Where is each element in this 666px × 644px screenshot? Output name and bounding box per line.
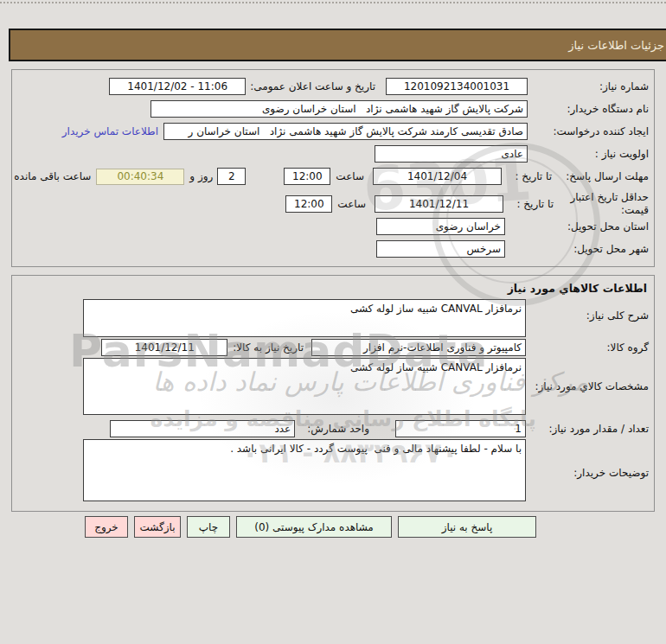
need-date-field[interactable]: 1401/12/11: [101, 339, 227, 356]
reply-deadline-date-field[interactable]: 1401/12/04: [373, 168, 502, 185]
row-quantity: تعداد / مقدار مورد نیاز: 1 واحد شمارش: ع…: [5, 420, 649, 437]
request-creator-label: ایجاد کننده درخواست:: [528, 125, 649, 137]
delivery-city-label: شهر محل تحویل:: [528, 243, 649, 255]
reply-deadline-label: مهلت ارسال پاسخ:: [552, 170, 649, 183]
buyer-notes-field[interactable]: با سلام - لطفا پیشنهاد مالی و فنی پیوست …: [83, 439, 526, 501]
need-date-label: تاریخ نیاز به کالا:: [233, 341, 304, 354]
quantity-field[interactable]: 1: [395, 420, 526, 437]
request-creator-field[interactable]: صادق تقدیسی کارمند شرکت پالایش گاز شهید …: [163, 123, 528, 140]
price-until-label: تا تاریخ :: [506, 198, 554, 210]
goods-group-label: گروه کالا:: [526, 341, 649, 354]
reply-deadline-time-field[interactable]: 12:00: [284, 168, 330, 185]
general-desc-label: شرح کلی نیاز:: [586, 309, 649, 322]
specs-label: مشخصات کالاي مورد نیاز:: [535, 380, 649, 392]
print-button[interactable]: چاپ: [187, 516, 230, 538]
announce-datetime-label: تاریخ و ساعت اعلان عمومی:: [250, 80, 375, 92]
row-priority: اولویت نیاز : عادی: [5, 145, 649, 163]
goods-info-heading: اطلاعات کالاهاي مورد نیاز: [508, 282, 647, 295]
remaining-days-label: روز و: [189, 170, 213, 182]
reply-hour-label: ساعت: [336, 170, 364, 182]
need-number-label: شماره نیاز:: [528, 80, 649, 92]
row-need-number: شماره نیاز: 1201092134001031 تاریخ و ساع…: [5, 78, 649, 95]
row-goods-group: گروه کالا: کامپیوتر و فناوری اطلاعات-نرم…: [5, 339, 649, 356]
row-delivery-city: شهر محل تحویل: سرخس: [5, 240, 649, 258]
page-title-bar: جزئیات اطلاعات نیاز: [9, 29, 666, 61]
price-validity-label: حداقل تاریخ اعتبار قیمت:: [554, 191, 649, 217]
remaining-hours-label: ساعت باقی مانده: [14, 170, 91, 182]
unit-field[interactable]: عدد: [110, 420, 295, 437]
delivery-province-field[interactable]: خراسان رضوی: [376, 218, 505, 235]
page-title: جزئیات اطلاعات نیاز: [568, 39, 664, 52]
price-validity-time-field[interactable]: 12:00: [285, 195, 332, 213]
price-validity-date-field[interactable]: 1401/12/11: [375, 195, 503, 213]
exit-button[interactable]: خروج: [85, 516, 128, 538]
delivery-city-field[interactable]: سرخس: [376, 240, 505, 258]
delivery-province-label: استان محل تحویل:: [528, 220, 649, 233]
countdown-timer: 00:40:34: [96, 169, 184, 185]
view-attachments-button[interactable]: مشاهده مدارک پیوستی (0): [236, 516, 392, 538]
row-delivery-province: استان محل تحویل: خراسان رضوی: [5, 218, 649, 235]
general-desc-field[interactable]: نرمافزار CANVAL شبیه ساز لوله کشی: [83, 299, 526, 337]
row-reply-deadline: مهلت ارسال پاسخ: تا تاریخ : 1401/12/04 س…: [5, 168, 649, 185]
quantity-label: تعداد / مقدار مورد نیاز:: [526, 423, 649, 435]
respond-button[interactable]: پاسخ به نیاز: [398, 516, 536, 538]
row-buyer-org: نام دستگاه خریدار: شرکت پالایش گاز شهید …: [5, 100, 649, 118]
unit-label: واحد شمارش:: [307, 423, 369, 435]
priority-label: اولویت نیاز :: [528, 148, 649, 160]
specs-field[interactable]: نرمافزار CANVAL شبیه ساز لوله کشی: [83, 358, 526, 415]
remaining-days-field[interactable]: 2: [217, 168, 246, 185]
row-request-creator: ایجاد کننده درخواست: صادق تقدیسی کارمند …: [5, 123, 649, 140]
buyer-org-field[interactable]: شرکت پالایش گاز شهید هاشمی نژاد استان خر…: [150, 100, 528, 118]
announce-datetime-field[interactable]: 1401/12/02 - 11:06: [109, 78, 246, 95]
action-buttons: پاسخ به نیاز مشاهده مدارک پیوستی (0) چاپ…: [85, 516, 536, 538]
reply-until-label: تا تاریخ :: [504, 170, 552, 182]
priority-field[interactable]: عادی: [375, 145, 528, 163]
price-hour-label: ساعت: [337, 198, 366, 210]
top-dotted-divider: [0, 2, 666, 3]
row-price-validity: حداقل تاریخ اعتبار قیمت: تا تاریخ : 1401…: [5, 188, 649, 220]
buyer-contact-link[interactable]: اطلاعات تماس خریدار: [62, 125, 158, 137]
goods-group-field[interactable]: کامپیوتر و فناوری اطلاعات-نرم افزار: [311, 339, 526, 356]
buyer-notes-label: توضیحات خریدار:: [573, 467, 649, 479]
back-button[interactable]: بازگشت: [134, 516, 181, 538]
need-number-field[interactable]: 1201092134001031: [386, 78, 528, 95]
buyer-org-label: نام دستگاه خریدار:: [528, 103, 649, 115]
